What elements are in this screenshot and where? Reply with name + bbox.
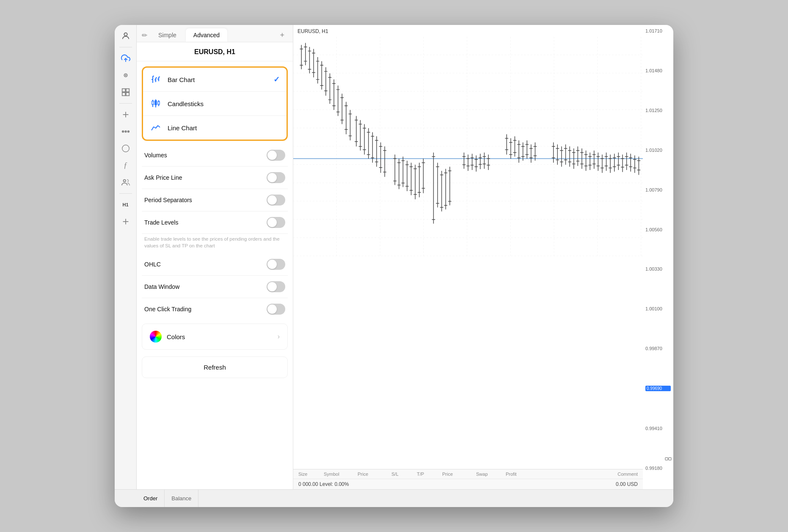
svg-rect-33 <box>158 101 160 104</box>
ohlc-label: OHLC <box>144 261 161 268</box>
sidebar-icon-users[interactable] <box>118 175 133 190</box>
one-click-toggle[interactable] <box>267 304 285 315</box>
svg-rect-6 <box>122 93 125 96</box>
volumes-toggle[interactable] <box>267 150 285 161</box>
price-2: 1.01480 <box>645 68 671 73</box>
svg-rect-254 <box>665 458 668 460</box>
sidebar-icon-circle[interactable] <box>118 141 133 156</box>
price-11: 0.99410 <box>645 426 671 431</box>
panel-tabs: ✏ Simple Advanced + <box>137 25 293 42</box>
left-sidebar: ƒ H1 <box>115 25 137 489</box>
column-headers: Size Symbol Price S/L T/P Price Swap Pro… <box>293 469 643 479</box>
colors-chevron: › <box>278 333 280 340</box>
balance-text: 0 000.00 Level: 0.00% <box>298 481 349 487</box>
candlestick-label: Candlesticks <box>168 100 280 107</box>
trade-levels-label: Trade Levels <box>144 219 178 226</box>
sidebar-icon-plus-bottom[interactable] <box>118 214 133 229</box>
sidebar-icon-script[interactable]: ƒ <box>118 158 133 173</box>
trade-levels-toggle[interactable] <box>267 217 285 228</box>
toggle-one-click: One Click Trading <box>142 298 288 320</box>
svg-rect-5 <box>126 89 129 92</box>
candlestick-icon <box>150 98 162 110</box>
toggle-period-sep: Period Separators <box>142 189 288 211</box>
bottom-nav: Order Balance <box>115 489 673 507</box>
sidebar-divider-2 <box>119 103 132 104</box>
price-9: 0.99870 <box>645 346 671 351</box>
col-tp: T/P <box>417 472 442 477</box>
edit-icon[interactable]: ✏ <box>142 31 147 39</box>
colors-row[interactable]: Colors › <box>142 324 288 350</box>
chart-type-box: Bar Chart ✓ <box>142 66 288 141</box>
svg-rect-27 <box>152 101 154 104</box>
sidebar-icon-grid[interactable] <box>118 85 133 100</box>
price-1: 1.01710 <box>645 28 671 33</box>
chart-type-bar[interactable]: Bar Chart ✓ <box>143 68 287 92</box>
ask-price-toggle[interactable] <box>267 172 285 183</box>
colors-label: Colors <box>167 333 185 340</box>
line-chart-icon <box>150 122 162 134</box>
sidebar-icon-chat[interactable] <box>118 68 133 83</box>
ohlc-toggle[interactable] <box>267 259 285 270</box>
toggle-data-window: Data Window <box>142 276 288 298</box>
col-profit: Profit <box>506 472 604 477</box>
volumes-label: Volumes <box>144 152 167 159</box>
svg-point-10 <box>122 131 124 132</box>
price-12: 0.99180 <box>645 466 671 471</box>
profit-text: 0.00 USD <box>616 481 638 487</box>
trade-levels-hint: Enable trade levels to see the prices of… <box>142 234 288 253</box>
sidebar-icon-plus[interactable] <box>118 107 133 122</box>
svg-point-3 <box>125 75 126 76</box>
tab-add[interactable]: + <box>276 29 288 41</box>
period-sep-toggle[interactable] <box>267 195 285 206</box>
svg-point-13 <box>122 145 129 152</box>
sidebar-icon-user[interactable] <box>118 28 133 44</box>
price-7: 1.00330 <box>645 266 671 271</box>
price-3: 1.01250 <box>645 108 671 113</box>
main-area: ƒ H1 ✏ <box>115 25 673 489</box>
ask-price-label: Ask Price Line <box>144 174 182 181</box>
bar-chart-check: ✓ <box>273 75 280 84</box>
resize-icon[interactable] <box>663 454 673 466</box>
symbol-header: EURUSD, H1 <box>137 42 293 61</box>
col-price2: Price <box>442 472 476 477</box>
tab-advanced[interactable]: Advanced <box>186 28 227 42</box>
svg-rect-255 <box>669 458 671 460</box>
sidebar-divider-3 <box>119 193 132 194</box>
price-4: 1.01020 <box>645 148 671 153</box>
toggle-trade-levels: Trade Levels <box>142 211 288 234</box>
svg-point-12 <box>127 131 129 132</box>
col-size: Size <box>298 472 324 477</box>
chart-type-line[interactable]: Line Chart <box>143 116 287 140</box>
sidebar-icon-timeframe[interactable]: H1 <box>118 197 133 212</box>
sidebar-icon-upload[interactable] <box>118 51 133 66</box>
svg-rect-39 <box>293 37 643 256</box>
sidebar-icon-indicators[interactable] <box>118 124 133 139</box>
svg-rect-30 <box>155 101 157 105</box>
col-swap: Swap <box>476 472 506 477</box>
svg-rect-4 <box>122 89 125 92</box>
bar-chart-icon <box>150 74 162 85</box>
toggle-volumes: Volumes <box>142 144 288 167</box>
tab-simple[interactable]: Simple <box>151 28 184 42</box>
line-chart-label: Line Chart <box>168 124 280 132</box>
col-price1: Price <box>358 472 391 477</box>
bar-chart-label: Bar Chart <box>168 76 267 83</box>
refresh-button[interactable]: Refresh <box>142 356 288 378</box>
toggle-section-1: Volumes Ask Price Line Period Separators… <box>137 144 293 320</box>
price-6: 1.00560 <box>645 227 671 232</box>
period-sep-label: Period Separators <box>144 197 192 203</box>
toggle-ask-price: Ask Price Line <box>142 167 288 189</box>
one-click-label: One Click Trading <box>144 306 191 313</box>
panel-container: ✏ Simple Advanced + EURUSD, H1 <box>137 25 673 489</box>
price-10: 0.99690 <box>645 386 671 391</box>
balance-row: 0 000.00 Level: 0.00% 0.00 USD <box>293 479 643 489</box>
svg-point-11 <box>125 131 127 132</box>
bottom-panel: Size Symbol Price S/L T/P Price Swap Pro… <box>293 469 643 489</box>
app-window: ƒ H1 ✏ <box>115 25 673 507</box>
tab-order[interactable]: Order <box>137 490 165 507</box>
toggle-ohlc: OHLC <box>142 253 288 276</box>
tab-balance[interactable]: Balance <box>165 490 198 507</box>
chart-type-candlestick[interactable]: Candlesticks <box>143 92 287 116</box>
data-window-toggle[interactable] <box>267 281 285 292</box>
color-wheel-icon <box>150 331 162 343</box>
